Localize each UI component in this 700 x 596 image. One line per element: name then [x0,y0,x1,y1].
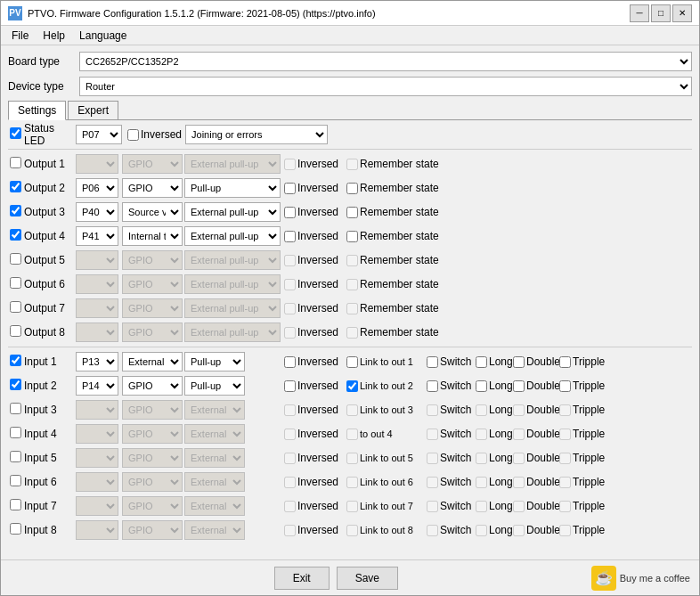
tab-expert[interactable]: Expert [68,101,118,119]
input-7-long-checkbox [476,501,487,512]
input-2-checkbox[interactable] [10,379,21,390]
input-1-pull-col: Pull-up [184,352,282,371]
input-1-double-checkbox[interactable] [513,356,525,368]
input-2-double-label: Double [526,380,560,392]
input-2-double-checkbox[interactable] [513,380,525,392]
output-2-type-select[interactable]: GPIO [122,178,183,198]
output-6-type-col: GPIO [122,274,184,294]
output-8-checkbox[interactable] [10,325,21,337]
output-2-label: Output 2 [24,182,76,194]
output-3-pull-select[interactable]: External pull-up [184,202,281,222]
input-2-long-checkbox[interactable] [476,380,487,392]
device-type-select[interactable]: Router [79,77,692,96]
output-8-inv-col: Inversed [282,326,345,339]
output-4-checkbox[interactable] [10,229,21,241]
output-8-label: Output 8 [24,326,76,339]
menu-language[interactable]: Language [72,28,134,44]
input-8-link-checkbox [346,525,358,536]
input-2-link-checkbox[interactable] [346,380,358,392]
input-6-checkbox[interactable] [10,475,21,486]
output-2-pin-select[interactable]: P06 [76,178,118,198]
output-2-pull-select[interactable]: Pull-up [184,178,281,198]
output-3-checkbox[interactable] [10,205,21,216]
output-4-remember-checkbox[interactable] [346,231,358,242]
output-7-inv-col: Inversed [282,302,345,314]
output-7-checkbox[interactable] [10,301,21,313]
tab-settings[interactable]: Settings [8,101,66,120]
input-1-triple-checkbox[interactable] [559,356,571,368]
input-2-pull-select[interactable]: Pull-up [184,376,245,396]
input-1-pull-select[interactable]: Pull-up [184,352,245,371]
close-button[interactable]: ✕ [672,4,692,22]
input-4-double-checkbox [513,429,525,440]
output-2-checkbox[interactable] [10,181,21,192]
output-7-type-select: GPIO [122,298,183,318]
minimize-button[interactable]: ─ [630,4,649,22]
input-5-link-checkbox [346,453,358,464]
exit-button[interactable]: Exit [274,567,330,590]
input-1-triple-label: Tripple [573,355,605,368]
status-led-inversed-checkbox[interactable] [127,129,139,141]
input-7-pin-select [76,496,118,516]
output-2-remember-checkbox[interactable] [346,183,358,194]
status-led-checkbox[interactable] [10,127,21,139]
input-7-switch-label: Switch [440,500,471,512]
input-7-double-label: Double [526,500,560,512]
save-button[interactable]: Save [337,567,398,590]
maximize-button[interactable]: □ [651,4,671,22]
input-1-check-col [8,355,24,369]
input-5-checkbox[interactable] [10,451,21,462]
output-6-pin-col [76,274,122,294]
coffee-badge[interactable]: ☕ Buy me a coffee [591,566,690,591]
input-2-double-col: Double [511,380,558,392]
output-3-pin-select[interactable]: P40 [76,202,118,222]
status-led-label: Status LED [24,122,76,147]
input-2-switch-checkbox[interactable] [427,380,438,392]
input-7-check-col [8,499,24,513]
output-3-type-select[interactable]: Source voltag [122,202,183,222]
input-1-inversed-checkbox[interactable] [284,356,296,368]
input-1-pin-select[interactable]: P13 [76,352,118,371]
output-4-type-select[interactable]: Internal tempe [122,226,183,246]
input-3-switch-label: Switch [440,404,471,416]
menu-help[interactable]: Help [36,28,72,44]
output-1-pin-select [76,154,118,174]
input-8-pull-col: External pull-up [184,520,282,540]
input-5-triple-label: Tripple [573,452,605,464]
input-1-switch-checkbox[interactable] [427,356,438,368]
input-2-type-select[interactable]: GPIO [122,376,183,396]
output-6-checkbox[interactable] [10,277,21,289]
output-4-pin-select[interactable]: P41 [76,226,118,246]
title-bar: PV PTVO. Firmware Configuration 1.5.1.2 … [1,1,699,26]
input-2-inversed-checkbox[interactable] [284,380,296,392]
input-1-type-select[interactable]: External wake [122,352,183,371]
input-1-link-checkbox[interactable] [346,356,358,368]
input-2-pin-select[interactable]: P14 [76,376,118,396]
input-8-checkbox[interactable] [10,523,21,535]
input-7-checkbox[interactable] [10,499,21,510]
input-1-checkbox[interactable] [10,355,21,366]
status-led-pin-select[interactable]: P07 [76,125,122,144]
input-5-link-label: Link to out 5 [360,453,413,463]
input-4-checkbox[interactable] [10,427,21,438]
input-8-double-checkbox [513,525,525,536]
output-4-pull-select[interactable]: External pull-up [184,226,281,246]
input-1-long-checkbox[interactable] [476,356,487,368]
menu-file[interactable]: File [4,28,36,44]
output-3-inversed-checkbox[interactable] [284,207,296,218]
output-1-type-select: GPIO [122,154,183,174]
board-type-select[interactable]: CC2652P/CC1352P2 [79,52,692,71]
form-area: Board type CC2652P/CC1352P2 Device type … [1,45,699,559]
input-2-triple-checkbox[interactable] [559,380,571,392]
output-4-inversed-checkbox[interactable] [284,231,296,242]
input-1-pin-col: P13 [76,352,122,371]
input-3-checkbox[interactable] [10,403,21,414]
input-2-switch-label: Switch [440,380,471,392]
status-led-mode-select[interactable]: Joining or errors [185,125,328,144]
output-7-inversed-label: Inversed [297,302,338,314]
output-5-checkbox[interactable] [10,253,21,265]
input-6-double-checkbox [513,477,525,488]
output-2-inversed-checkbox[interactable] [284,183,296,194]
output-3-remember-checkbox[interactable] [346,207,358,218]
output-1-checkbox[interactable] [10,157,21,168]
